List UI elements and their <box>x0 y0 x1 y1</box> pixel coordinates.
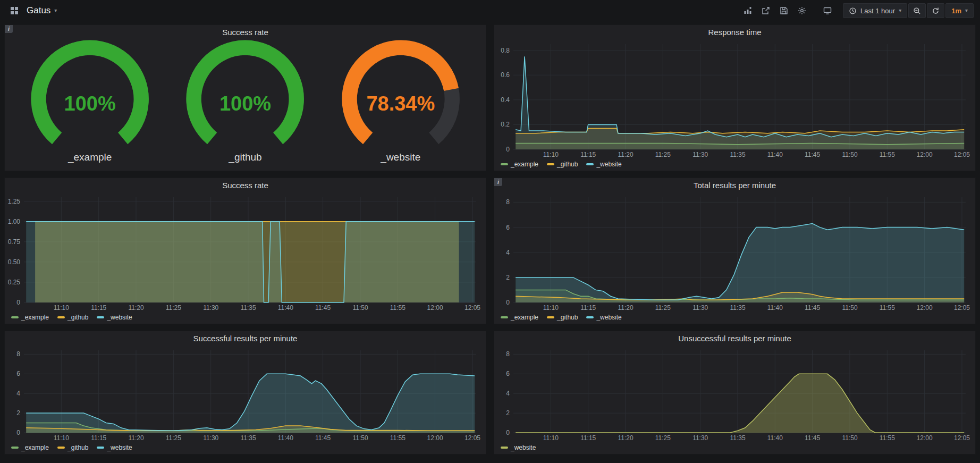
panel-info-icon[interactable]: i <box>494 178 502 186</box>
save-button[interactable] <box>776 3 792 18</box>
svg-text:11:25: 11:25 <box>166 304 181 312</box>
caret-down-icon: ▾ <box>899 8 901 13</box>
legend-item-website[interactable]: _website <box>501 444 536 451</box>
add-panel-button[interactable] <box>740 3 756 18</box>
panel-successful-results: Successful results per minute 0246811:10… <box>4 331 486 454</box>
legend-label: _example <box>511 161 538 168</box>
svg-text:11:30: 11:30 <box>692 304 708 312</box>
refresh-button[interactable] <box>927 3 944 18</box>
gauge-label: _website <box>323 151 478 167</box>
legend-item-example[interactable]: _example <box>501 161 538 168</box>
svg-text:11:30: 11:30 <box>203 304 218 312</box>
grid-icon <box>10 6 19 15</box>
panel-success-rate-gauges: i Success rate 100% _example 100% _githu… <box>4 24 486 171</box>
svg-text:11:45: 11:45 <box>805 304 820 312</box>
svg-text:2: 2 <box>16 409 20 417</box>
svg-text:11:30: 11:30 <box>692 434 708 442</box>
legend-label: _github <box>67 314 88 321</box>
svg-text:11:15: 11:15 <box>91 304 106 312</box>
panel-header: Unsuccessful results per minute <box>494 331 975 345</box>
legend-item-example[interactable]: _example <box>501 314 538 321</box>
add-panel-icon <box>744 6 752 15</box>
legend-item-github[interactable]: _github <box>547 314 578 321</box>
panel-title[interactable]: Unsuccessful results per minute <box>678 334 791 343</box>
panel-header: Success rate <box>5 25 486 39</box>
panel-title[interactable]: Success rate <box>222 28 268 37</box>
svg-text:11:10: 11:10 <box>543 304 559 312</box>
panel-title[interactable]: Response time <box>708 28 761 37</box>
svg-text:6: 6 <box>506 224 510 231</box>
time-range-picker[interactable]: Last 1 hour ▾ <box>843 3 907 18</box>
svg-text:11:15: 11:15 <box>91 434 106 442</box>
response-time-chart[interactable]: 00.20.40.60.811:1011:1511:2011:2511:3011… <box>494 39 975 160</box>
refresh-interval-picker[interactable]: 1m ▾ <box>945 3 974 18</box>
settings-button[interactable] <box>794 3 810 18</box>
legend-swatch <box>501 447 508 449</box>
legend-item-website[interactable]: _website <box>586 314 621 321</box>
svg-text:11:55: 11:55 <box>390 304 405 312</box>
svg-text:11:25: 11:25 <box>166 434 181 442</box>
svg-text:11:30: 11:30 <box>203 434 218 442</box>
chart-canvas: 0246811:1011:1511:2011:2511:3011:3511:40… <box>494 192 975 313</box>
svg-text:1.00: 1.00 <box>8 218 21 225</box>
success-rate-chart[interactable]: 00.250.500.751.001.2511:1011:1511:2011:2… <box>5 192 486 313</box>
panel-info-icon[interactable]: i <box>5 25 13 33</box>
panel-title[interactable]: Total results per minute <box>694 181 776 190</box>
svg-text:11:30: 11:30 <box>692 151 708 158</box>
caret-down-icon: ▾ <box>54 8 57 13</box>
legend-swatch <box>11 316 19 318</box>
successful-results-chart[interactable]: 0246811:1011:1511:2011:2511:3011:3511:40… <box>5 345 486 443</box>
panel-total-results: i Total results per minute 0246811:1011:… <box>494 178 976 324</box>
panel-title[interactable]: Successful results per minute <box>193 334 298 343</box>
legend-item-website[interactable]: _website <box>586 161 621 168</box>
unsuccessful-results-chart[interactable]: 0246811:1011:1511:2011:2511:3011:3511:40… <box>494 345 975 443</box>
svg-text:0.8: 0.8 <box>501 47 510 54</box>
legend-swatch <box>586 163 594 165</box>
chart-legend: _example_github_website <box>494 313 975 324</box>
legend-swatch <box>97 316 104 318</box>
svg-text:12:05: 12:05 <box>954 304 970 312</box>
legend-item-website[interactable]: _website <box>97 444 132 451</box>
gauge-website: 78.34% _website <box>323 40 478 167</box>
tv-mode-button[interactable] <box>820 3 835 18</box>
legend-item-github[interactable]: _github <box>547 161 578 168</box>
legend-swatch <box>11 447 19 449</box>
svg-text:0.2: 0.2 <box>501 121 510 128</box>
gauge-arc: 78.34% <box>323 40 478 151</box>
panel-title[interactable]: Success rate <box>222 181 268 190</box>
dashboard-grid-button[interactable] <box>6 3 22 18</box>
panel-header: Successful results per minute <box>5 331 486 345</box>
svg-text:11:20: 11:20 <box>618 434 633 442</box>
svg-text:11:45: 11:45 <box>805 151 820 158</box>
zoom-out-button[interactable] <box>908 3 926 18</box>
svg-text:8: 8 <box>506 350 510 358</box>
share-icon <box>762 6 770 15</box>
svg-text:12:05: 12:05 <box>954 434 970 442</box>
svg-text:11:55: 11:55 <box>390 434 405 442</box>
zoom-out-icon <box>913 7 921 15</box>
svg-text:11:45: 11:45 <box>805 434 820 442</box>
svg-text:11:15: 11:15 <box>580 434 596 442</box>
total-results-chart[interactable]: 0246811:1011:1511:2011:2511:3011:3511:40… <box>494 192 975 313</box>
svg-text:12:00: 12:00 <box>917 151 933 158</box>
share-button[interactable] <box>758 3 774 18</box>
legend-item-github[interactable]: _github <box>57 314 88 321</box>
svg-text:1.25: 1.25 <box>8 198 21 205</box>
svg-text:4: 4 <box>506 249 510 256</box>
svg-text:11:10: 11:10 <box>54 434 69 442</box>
dashboard-title-picker[interactable]: Gatus ▾ <box>27 5 57 16</box>
gauge-example: 100% _example <box>12 40 167 167</box>
gauge-label: _example <box>12 151 167 167</box>
gauge-github: 100% _github <box>167 40 323 167</box>
legend-item-github[interactable]: _github <box>57 444 88 451</box>
legend-swatch <box>501 163 508 165</box>
svg-text:0.25: 0.25 <box>8 279 21 286</box>
legend-item-website[interactable]: _website <box>97 314 132 321</box>
gauge-value: 100% <box>12 92 167 115</box>
svg-text:11:35: 11:35 <box>730 434 745 442</box>
svg-text:11:50: 11:50 <box>352 304 368 312</box>
legend-item-example[interactable]: _example <box>11 444 49 451</box>
svg-text:11:20: 11:20 <box>128 304 143 312</box>
gauge-value: 100% <box>167 92 323 115</box>
legend-item-example[interactable]: _example <box>11 314 49 321</box>
